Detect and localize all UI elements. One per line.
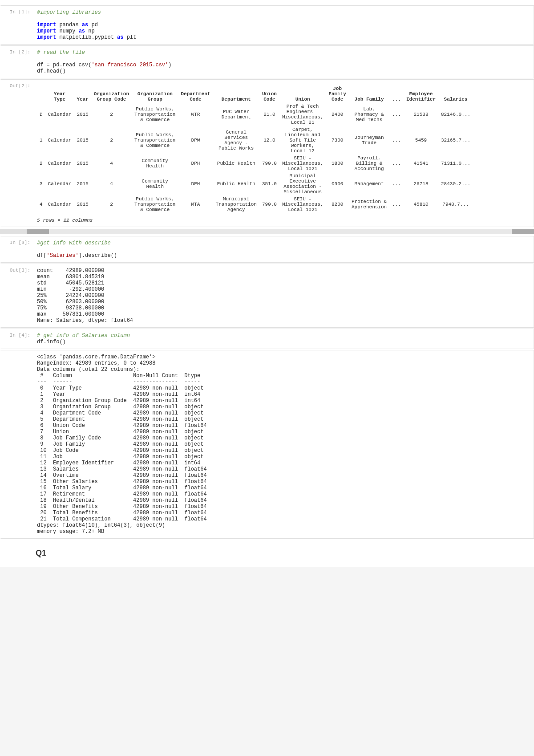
comment-read-file: # read the file: [37, 49, 85, 56]
cell-content-in-3[interactable]: #get info with describe df['Salaries'].d…: [32, 236, 534, 262]
row-year-type-2: Calendar: [45, 154, 74, 172]
table-row: 4 Calendar 2015 2 Public Works,Transport…: [37, 195, 473, 213]
row-dept-code-0: WTR: [178, 103, 213, 126]
row-jfc-1: 7300: [326, 126, 349, 154]
info-output: <class 'pandas.core.frame.DataFrame'> Ra…: [37, 354, 529, 535]
row-jf-1: JourneymanTrade: [349, 126, 389, 154]
row-empid-4: 45810: [404, 195, 438, 213]
row-year-type-3: Calendar: [45, 172, 74, 195]
import-pandas-text: pandas: [56, 22, 82, 28]
row-union-code-1: 12.0: [259, 126, 279, 154]
cell-content-out-2: YearType Year OrganizationGroup Code Org…: [32, 80, 534, 227]
row-dept-4: MunicipalTransportationAgency: [213, 195, 259, 213]
cell-out-4: <class 'pandas.core.frame.DataFrame'> Ra…: [0, 350, 534, 539]
cell-label-out-3: Out[3]:: [1, 264, 32, 327]
cell-label-in-2: In [2]:: [1, 46, 32, 78]
row-salaries-4: 7948.7...: [438, 195, 473, 213]
row-dept-3: Public Health: [213, 172, 259, 195]
col-header-year-type: YearType: [45, 85, 74, 103]
row-empid-1: 5459: [404, 126, 438, 154]
q1-label: Q1: [36, 549, 46, 557]
col-header-job-family: Job Family: [349, 85, 389, 103]
row-salaries-1: 32165.7...: [438, 126, 473, 154]
cell-out-3: Out[3]: count 42989.000000 mean 63801.84…: [0, 264, 534, 328]
row-org-group-0: Public Works,Transportation& Commerce: [132, 103, 178, 126]
row-jf-0: Lab,Pharmacy &Med Techs: [349, 103, 389, 126]
row-ellipsis-2: ...: [389, 154, 404, 172]
cell-label-out-2: Out[2]:: [1, 80, 32, 227]
cell-content-in-1[interactable]: #Importing libraries import pandas as pd…: [32, 6, 534, 44]
cell-label-in-4: In [4]:: [1, 329, 32, 349]
row-year-4: 2015: [74, 195, 91, 213]
row-year-type-1: Calendar: [45, 126, 74, 154]
row-jfc-3: 0900: [326, 172, 349, 195]
col-header-ellipsis: ...: [389, 85, 404, 103]
row-idx-2: 2: [37, 154, 45, 172]
comment-describe: #get info with describe: [37, 240, 111, 246]
row-empid-2: 41541: [404, 154, 438, 172]
row-dept-1: GeneralServicesAgency -Public Works: [213, 126, 259, 154]
import-matplotlib: import: [37, 34, 56, 41]
scrollbar-horizontal[interactable]: [0, 229, 534, 234]
row-union-2: SEIU -Miscellaneous,Local 1021: [279, 154, 326, 172]
row-dept-code-4: MTA: [178, 195, 213, 213]
row-jfc-4: 8200: [326, 195, 349, 213]
plt-alias: plt: [123, 34, 136, 41]
row-jf-2: Payroll,Billing &Accounting: [349, 154, 389, 172]
col-header-union: Union: [279, 85, 326, 103]
cell-content-out-3: count 42989.000000 mean 63801.845319 std…: [32, 264, 534, 327]
cell-content-in-2[interactable]: # read the file df = pd.read_csv('san_fr…: [32, 46, 534, 78]
col-header-year: Year: [74, 85, 91, 103]
row-idx-3: 3: [37, 172, 45, 195]
row-idx-4: 4: [37, 195, 45, 213]
row-dept-0: PUC WaterDepartment: [213, 103, 259, 126]
row-union-3: MunicipalExecutiveAssociation -Miscellan…: [279, 172, 326, 195]
describe-output: count 42989.000000 mean 63801.845319 std…: [37, 268, 529, 324]
comment-import-libs: #Importing libraries: [37, 9, 101, 16]
row-union-code-3: 351.0: [259, 172, 279, 195]
row-empid-0: 21538: [404, 103, 438, 126]
np-alias: np: [85, 28, 95, 34]
row-salaries-3: 28430.2...: [438, 172, 473, 195]
row-year-3: 2015: [74, 172, 91, 195]
df-read-csv: df = pd.read_csv('san_francisco_2015.csv…: [37, 62, 171, 74]
row-empid-3: 26718: [404, 172, 438, 195]
row-union-1: Carpet,Linoleum andSoft TileWorkers,Loca…: [279, 126, 326, 154]
col-header-emp-id: EmployeeIdentifier: [404, 85, 438, 103]
row-jfc-2: 1800: [326, 154, 349, 172]
q1-section: Q1: [0, 540, 534, 562]
cell-label-out-4: [1, 350, 32, 538]
row-union-0: Prof & TechEngineers -Miscellaneous,Loca…: [279, 103, 326, 126]
table-row: 3 Calendar 2015 4 CommunityHealth DPH Pu…: [37, 172, 473, 195]
as-keyword-3: as: [117, 34, 123, 41]
import-numpy-text: numpy: [56, 28, 78, 34]
row-org-code-1: 2: [91, 126, 132, 154]
row-year-0: 2015: [74, 103, 91, 126]
comment-info: # get info of Salaries column: [37, 333, 130, 339]
table-row: 1 Calendar 2015 2 Public Works,Transport…: [37, 126, 473, 154]
row-dept-code-2: DPH: [178, 154, 213, 172]
row-dept-code-3: DPH: [178, 172, 213, 195]
cell-label-in-1: In [1]:: [1, 6, 32, 44]
row-ellipsis-3: ...: [389, 172, 404, 195]
cell-content-in-4[interactable]: # get info of Salaries column df.info(): [32, 329, 534, 349]
row-org-code-0: 2: [91, 103, 132, 126]
import-numpy: import: [37, 28, 56, 34]
row-idx-0: D: [37, 103, 45, 126]
col-header-org-group-code: OrganizationGroup Code: [91, 85, 132, 103]
cell-in-2: In [2]: # read the file df = pd.read_csv…: [0, 45, 534, 78]
cell-in-3: In [3]: #get info with describe df['Sala…: [0, 236, 534, 263]
row-salaries-0: 82146.0...: [438, 103, 473, 126]
notebook: In [1]: #Importing libraries import pand…: [0, 0, 534, 567]
row-ellipsis-1: ...: [389, 126, 404, 154]
col-header-org-group: OrganizationGroup: [132, 85, 178, 103]
row-org-code-3: 4: [91, 172, 132, 195]
as-keyword-1: as: [82, 22, 88, 28]
row-union-code-2: 790.0: [259, 154, 279, 172]
row-org-group-3: CommunityHealth: [132, 172, 178, 195]
cell-out-2: Out[2]: YearType Year OrganizationGroup …: [0, 79, 534, 227]
row-org-group-2: CommunityHealth: [132, 154, 178, 172]
col-header-job-family-code: JobFamilyCode: [326, 85, 349, 103]
row-org-code-4: 2: [91, 195, 132, 213]
row-ellipsis-0: ...: [389, 103, 404, 126]
